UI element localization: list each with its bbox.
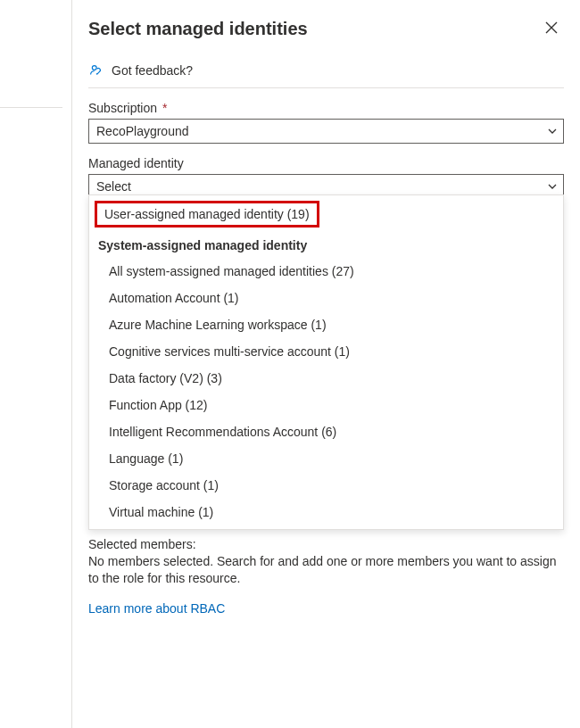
dropdown-option[interactable]: Storage account (1) [89, 472, 563, 499]
feedback-link[interactable]: Got feedback? [88, 57, 564, 88]
chevron-down-icon [547, 126, 558, 136]
dropdown-option[interactable]: Cognitive services multi-service account… [89, 338, 563, 365]
dropdown-option[interactable]: Automation Account (1) [89, 285, 563, 311]
page-title: Select managed identities [88, 18, 308, 39]
managed-identity-label: Managed identity [88, 156, 564, 170]
dropdown-section-header: System-assigned managed identity [89, 229, 563, 258]
chevron-down-icon [547, 181, 558, 192]
close-icon [545, 21, 558, 37]
dropdown-option[interactable]: Intelligent Recommendations Account (6) [89, 418, 563, 445]
dropdown-option[interactable]: Data factory (V2) (3) [89, 365, 563, 392]
dropdown-option-user-assigned[interactable]: User-assigned managed identity (19) [95, 201, 319, 228]
feedback-icon [88, 62, 104, 79]
subscription-value: RecoPlayground [96, 124, 189, 138]
blade-panel: Select managed identities Got feedback? [71, 0, 580, 728]
managed-identity-dropdown: User-assigned managed identity (19) Syst… [88, 194, 564, 530]
dropdown-option[interactable]: Azure Machine Learning workspace (1) [89, 311, 563, 338]
subscription-label-row: Subscription * [88, 101, 564, 115]
selected-members-text: No members selected. Search for and add … [88, 553, 564, 587]
outer-divider [0, 107, 62, 108]
dropdown-option[interactable]: Language (1) [89, 445, 563, 472]
managed-identity-placeholder: Select [96, 179, 131, 194]
dropdown-option-label: User-assigned managed identity (19) [104, 207, 310, 221]
dropdown-option[interactable]: Function App (12) [89, 392, 563, 418]
learn-more-link[interactable]: Learn more about RBAC [88, 601, 225, 616]
feedback-label: Got feedback? [112, 63, 193, 78]
close-button[interactable] [539, 16, 564, 41]
required-icon: * [162, 101, 167, 115]
svg-point-0 [92, 66, 96, 70]
subscription-select[interactable]: RecoPlayground [88, 119, 564, 144]
dropdown-option[interactable]: All system-assigned managed identities (… [89, 258, 563, 285]
selected-members-label: Selected members: [88, 537, 564, 551]
subscription-label: Subscription [88, 101, 157, 115]
dropdown-option[interactable]: Virtual machine (1) [89, 499, 563, 525]
